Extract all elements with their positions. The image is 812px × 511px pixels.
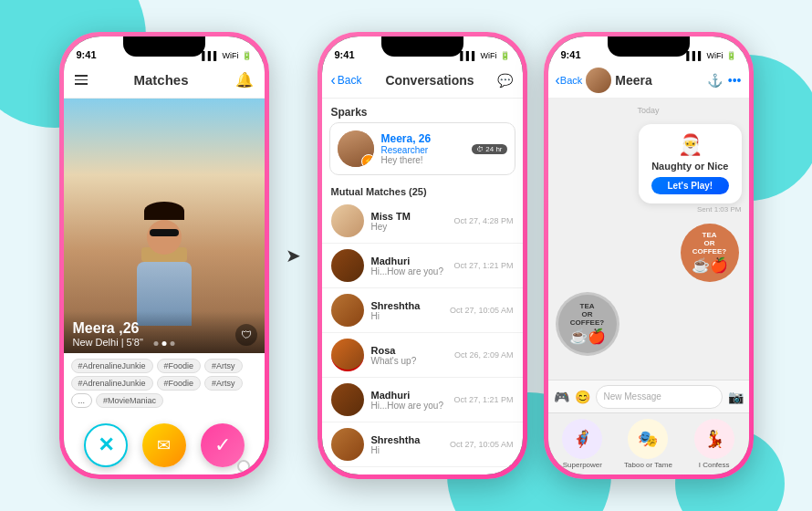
mutual-matches-label: Mutual Matches (25) bbox=[322, 182, 523, 199]
game-card[interactable]: 🎅 Naughty or Nice Let's Play! bbox=[639, 124, 741, 203]
sticker-taboo[interactable]: 🎭 Taboo or Tame bbox=[624, 419, 672, 469]
chat-back-label: Back bbox=[560, 75, 582, 86]
message-input[interactable]: New Message bbox=[596, 385, 723, 409]
spark-role: Researcher bbox=[381, 145, 465, 155]
dot bbox=[153, 341, 158, 346]
signal-icon: ▌▌▌ bbox=[686, 51, 703, 60]
conv-item[interactable]: Madhuri Hi...How are you? Oct 27, 1:21 P… bbox=[322, 244, 523, 288]
conv-body: Shreshtha Hi bbox=[371, 434, 442, 455]
conv-item[interactable]: Shreshtha Hi Oct 27, 10:05 AM bbox=[322, 288, 523, 333]
conv-body: Shreshtha Hi bbox=[371, 300, 442, 321]
superlike-button[interactable]: ✉ bbox=[142, 423, 186, 467]
sunglass bbox=[150, 229, 179, 236]
conv-time: Oct 27, 1:21 PM bbox=[453, 261, 513, 270]
phone3-wrapper: 9:41 ▌▌▌ WiFi 🔋 Back Meera bbox=[544, 32, 754, 479]
profile-overlay: Meera ,26 New Delhi | 5'8" bbox=[64, 311, 265, 353]
shield-icon[interactable]: 🛡 bbox=[235, 324, 257, 346]
conv-avatar bbox=[331, 428, 364, 461]
sticker-tea2: TEAORCOFFEE? ☕🍎 bbox=[556, 292, 619, 356]
conv-preview: Hey bbox=[371, 222, 447, 232]
superpower-label: Superpower bbox=[563, 461, 602, 469]
phone3-notch bbox=[608, 36, 690, 57]
gamepad-icon[interactable]: 🎮 bbox=[554, 390, 569, 404]
conv-item[interactable]: Shreshtha Hi Oct 27, 10:05 AM bbox=[322, 422, 523, 467]
hamburger-icon[interactable] bbox=[75, 75, 88, 85]
dot-active bbox=[161, 341, 166, 346]
message-icon[interactable]: 💬 bbox=[497, 73, 513, 88]
conv-body: Miss TM Hey bbox=[371, 211, 447, 232]
tags-section: #AdrenalineJunkie #Foodie #Artsy #Adrena… bbox=[64, 353, 265, 416]
sparks-label: Sparks bbox=[322, 99, 523, 122]
conversation-list: Miss TM Hey Oct 27, 4:28 PM Madhuri Hi..… bbox=[322, 199, 523, 474]
conv-name: Rosa bbox=[371, 345, 447, 356]
sticker-text: TEAORCOFFEE? bbox=[692, 232, 726, 256]
tag-movie: #MovieManiac bbox=[96, 393, 163, 408]
conv-time: Oct 27, 10:05 AM bbox=[450, 306, 514, 315]
conv-time: Oct 27, 1:21 PM bbox=[453, 395, 513, 404]
wifi-icon: WiFi bbox=[481, 51, 497, 60]
today-label: Today bbox=[556, 106, 742, 115]
sticker-icon: ☕🍎 bbox=[692, 256, 728, 274]
tag: #AdrenalineJunkie bbox=[71, 359, 153, 373]
conv-body: Madhuri Hi...How are you? bbox=[371, 390, 447, 411]
spark-name: Meera, 26 bbox=[381, 132, 465, 145]
conv-item[interactable]: Madhuri Hi...How are you? Oct 27, 1:21 P… bbox=[322, 378, 523, 422]
conv-item[interactable]: Miss TM Hey Oct 27, 4:28 PM bbox=[322, 199, 523, 244]
chevron-left-icon bbox=[331, 72, 336, 89]
back-button[interactable]: Back bbox=[331, 72, 362, 89]
sticker1-container: TEAORCOFFEE? ☕🍎 bbox=[678, 221, 742, 285]
emoji-icon[interactable]: 😊 bbox=[575, 390, 590, 404]
message-placeholder: New Message bbox=[604, 391, 661, 402]
conv-preview: Hi bbox=[371, 311, 442, 321]
clock-icon: ⏱ bbox=[476, 145, 484, 153]
hair bbox=[144, 202, 184, 220]
star-icon: ✉ bbox=[157, 435, 171, 455]
chat-avatar[interactable] bbox=[586, 68, 611, 93]
chat-action-icons: ⚓ ••• bbox=[707, 73, 742, 88]
camera-icon[interactable]: 📷 bbox=[728, 390, 744, 404]
phone1-outer: 9:41 ▌▌▌ WiFi 🔋 Matches 🔔 bbox=[59, 32, 269, 479]
conversations-content: Sparks ⚡ Meera, 26 Researcher Hey there! bbox=[322, 99, 523, 474]
confess-icon: 💃 bbox=[704, 429, 724, 449]
conv-body: Rosa What's up? bbox=[371, 345, 447, 366]
lets-play-button[interactable]: Let's Play! bbox=[651, 177, 728, 194]
conv-item[interactable]: Rosa What's up? Oct 26, 2:09 AM bbox=[322, 333, 523, 378]
profile-name: Meera ,26 bbox=[73, 320, 255, 337]
conv-preview: Hi...How are you? bbox=[371, 401, 447, 411]
more-icon[interactable]: ••• bbox=[728, 73, 742, 88]
sticker-confess[interactable]: 💃 I Confess bbox=[694, 419, 734, 469]
game-card-container: 🎅 Naughty or Nice Let's Play! Sent 1:03 … bbox=[639, 124, 741, 214]
sticker-tray: 🦸 Superpower 🎭 Taboo or Tame 💃 bbox=[548, 412, 749, 474]
tags-row-2: #AdrenalineJunkie #Foodie #Artsy bbox=[71, 376, 257, 391]
signal-icon: ▌▌▌ bbox=[202, 51, 219, 60]
chat-back-button[interactable]: Back bbox=[556, 72, 583, 89]
tag-ellipsis: ... bbox=[71, 393, 93, 408]
arrow-connector: ➤ bbox=[286, 245, 301, 266]
anchor-icon[interactable]: ⚓ bbox=[707, 73, 723, 88]
phone3-outer: 9:41 ▌▌▌ WiFi 🔋 Back Meera bbox=[544, 32, 754, 479]
phone3-time: 9:41 bbox=[561, 49, 581, 60]
conv-avatar bbox=[331, 294, 364, 327]
conv-name: Shreshtha bbox=[371, 434, 442, 445]
spark-card[interactable]: ⚡ Meera, 26 Researcher Hey there! ⏱ 24 h… bbox=[329, 122, 515, 175]
like-button[interactable]: ✓ ↗ bbox=[201, 423, 245, 467]
wifi-icon: WiFi bbox=[223, 51, 239, 60]
notification-icon[interactable]: 🔔 bbox=[235, 71, 254, 89]
phone3-screen: Back Meera ⚓ ••• Today 🎅 bbox=[548, 62, 749, 474]
phone1-time: 9:41 bbox=[77, 49, 97, 60]
superpower-icon: 🦸 bbox=[572, 429, 592, 449]
phone2-time: 9:41 bbox=[335, 49, 355, 60]
dislike-button[interactable]: ✕ bbox=[84, 423, 128, 467]
x-icon: ✕ bbox=[98, 433, 114, 457]
sticker2-container: TEAORCOFFEE? ☕🍎 bbox=[556, 292, 619, 356]
phone1-status-icons: ▌▌▌ WiFi 🔋 bbox=[202, 51, 251, 60]
tag: #Foodie bbox=[157, 359, 202, 373]
phone2: 9:41 ▌▌▌ WiFi 🔋 Back Conversations 💬 bbox=[322, 36, 523, 474]
conv-name: Madhuri bbox=[371, 256, 447, 266]
conv-name: Shreshtha bbox=[371, 300, 442, 311]
phone2-status-icons: ▌▌▌ WiFi 🔋 bbox=[460, 51, 509, 60]
chat-name: Meera bbox=[615, 73, 703, 88]
sticker-superpower[interactable]: 🦸 Superpower bbox=[562, 419, 602, 469]
conv-preview: What's up? bbox=[371, 356, 447, 366]
profile-photo[interactable]: Meera ,26 New Delhi | 5'8" 🛡 bbox=[64, 99, 265, 353]
